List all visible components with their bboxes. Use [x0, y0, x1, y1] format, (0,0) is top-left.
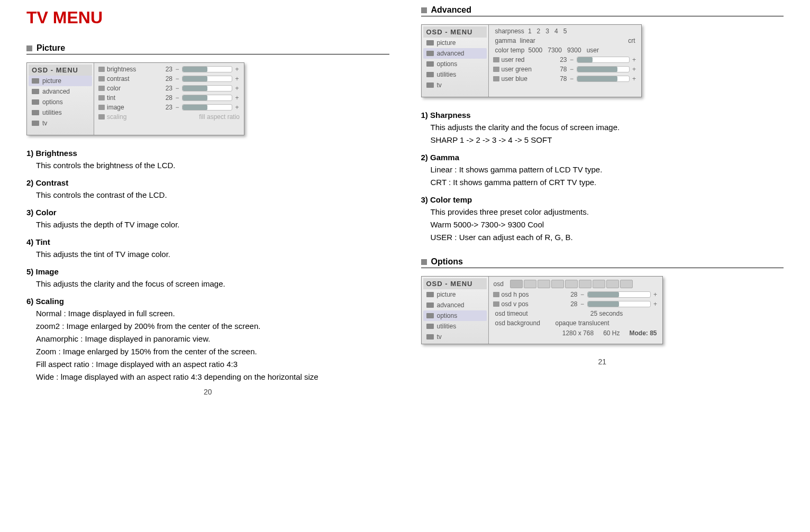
osd-sidebar-options[interactable]: options: [423, 310, 487, 321]
osd-row-gamma[interactable]: gammalinearcrt: [491, 36, 639, 45]
osd-sidebar: OSD - MENU picture advanced options util…: [422, 277, 489, 344]
osd-sidebar-utilities[interactable]: utilities: [423, 69, 487, 80]
row-label: sharpness: [495, 27, 524, 35]
minus-icon[interactable]: −: [569, 56, 575, 63]
plus-icon[interactable]: +: [234, 104, 240, 111]
row-label: osd timeout: [495, 310, 553, 317]
tab-box[interactable]: [551, 280, 564, 288]
osd-row-userred[interactable]: user red23−+: [491, 55, 639, 65]
plus-icon[interactable]: +: [234, 94, 240, 102]
minus-icon[interactable]: −: [175, 85, 180, 92]
row-label: osd h pos: [502, 291, 560, 298]
item-image-desc: This adjusts the clarity and the focus o…: [36, 278, 389, 290]
plus-icon[interactable]: +: [234, 75, 240, 82]
slider[interactable]: [182, 85, 232, 91]
minus-icon[interactable]: −: [580, 291, 585, 298]
minus-icon[interactable]: −: [569, 66, 575, 73]
slider[interactable]: [182, 95, 232, 101]
plus-icon[interactable]: +: [632, 75, 637, 82]
osd-row-color[interactable]: color23−+: [96, 84, 242, 93]
osd-sidebar-picture[interactable]: picture: [423, 38, 487, 48]
minus-icon[interactable]: −: [580, 300, 585, 308]
osd-sidebar-options[interactable]: options: [423, 59, 487, 69]
osd-row-usergreen[interactable]: user green78−+: [491, 65, 639, 74]
seg[interactable]: 7300: [546, 47, 563, 54]
slider[interactable]: [587, 301, 651, 307]
osd-sidebar-advanced[interactable]: advanced: [423, 48, 487, 59]
osd-row-colortemp[interactable]: color temp500073009300user: [491, 45, 639, 55]
seg[interactable]: crt: [626, 37, 636, 44]
tab-box[interactable]: [538, 280, 550, 288]
tab-box[interactable]: [565, 280, 578, 288]
slider[interactable]: [577, 57, 630, 63]
osd-row-timeout[interactable]: osd timeout25 seconds: [491, 309, 660, 318]
minus-icon[interactable]: −: [569, 75, 575, 82]
osd-row-vpos[interactable]: osd v pos28−+: [491, 299, 660, 309]
seg[interactable]: 9300: [566, 47, 583, 54]
seg[interactable]: 4: [553, 27, 560, 35]
slider[interactable]: [182, 104, 232, 111]
osd-row-image[interactable]: image23−+: [96, 103, 242, 112]
row-value: 28: [562, 300, 578, 308]
osd-row-hpos[interactable]: osd h pos28−+: [491, 290, 660, 299]
osd-sidebar-options[interactable]: options: [29, 97, 92, 107]
osd-row-brightness[interactable]: brightness23−+: [96, 65, 242, 74]
slider[interactable]: [577, 66, 630, 72]
osd-row-scaling[interactable]: scalingfill aspect ratio: [96, 112, 242, 122]
seg[interactable]: user: [585, 47, 600, 54]
osd-sidebar-picture[interactable]: picture: [423, 289, 487, 300]
sidebar-item-label: advanced: [437, 50, 465, 57]
osd-row-sharpness[interactable]: sharpness12345: [491, 26, 639, 36]
minus-icon[interactable]: −: [175, 66, 180, 73]
osd-sidebar-advanced[interactable]: advanced: [29, 86, 92, 97]
plus-icon[interactable]: +: [653, 291, 658, 298]
seg[interactable]: 5000: [527, 47, 544, 54]
plus-icon[interactable]: +: [632, 56, 637, 63]
row-label: osd background: [495, 319, 553, 327]
section-title-advanced: Advanced: [431, 5, 471, 15]
tab-box[interactable]: [620, 280, 633, 288]
plus-icon[interactable]: +: [234, 66, 240, 73]
options-icon: [32, 99, 39, 105]
row-value: 23: [157, 85, 172, 92]
seg[interactable]: 5: [562, 27, 569, 35]
plus-icon[interactable]: +: [632, 66, 637, 73]
osd-sidebar-advanced[interactable]: advanced: [423, 300, 487, 310]
tab-box[interactable]: [510, 280, 523, 288]
osd-sidebar-tv[interactable]: tv: [423, 80, 487, 90]
osd-row-tint[interactable]: tint28−+: [96, 93, 242, 103]
seg[interactable]: 1: [526, 27, 533, 35]
item-color-head: 3) Color: [26, 208, 389, 217]
seg[interactable]: 2: [535, 27, 542, 35]
seg[interactable]: 3: [544, 27, 551, 35]
picture-icon: [32, 78, 39, 84]
square-marker-icon: [421, 7, 427, 13]
minus-icon[interactable]: −: [175, 104, 180, 111]
osd-row-contrast[interactable]: contrast28−+: [96, 74, 242, 84]
osd-tabs-row: osd: [491, 278, 660, 290]
slider[interactable]: [182, 76, 232, 82]
slider[interactable]: [587, 291, 651, 298]
slider[interactable]: [182, 66, 232, 72]
osd-sidebar-tv[interactable]: tv: [423, 332, 487, 342]
osd-sidebar-tv[interactable]: tv: [29, 118, 92, 129]
tab-box[interactable]: [524, 280, 536, 288]
plus-icon[interactable]: +: [234, 85, 240, 92]
osd-row-userblue[interactable]: user blue78−+: [491, 74, 639, 84]
tab-box[interactable]: [579, 280, 591, 288]
row-label: color temp: [495, 47, 525, 54]
seg[interactable]: linear: [518, 37, 625, 44]
tab-box[interactable]: [606, 280, 619, 288]
tab-box[interactable]: [593, 280, 605, 288]
minus-icon[interactable]: −: [175, 94, 180, 102]
osd-sidebar-utilities[interactable]: utilities: [29, 107, 92, 118]
osd-row-background[interactable]: osd backgroundopaque translucent: [491, 318, 660, 328]
item-image-head: 5) Image: [26, 267, 389, 276]
osd-sidebar-picture[interactable]: picture: [29, 76, 92, 86]
plus-icon[interactable]: +: [653, 300, 658, 308]
osd-sidebar-utilities[interactable]: utilities: [423, 321, 487, 332]
sidebar-item-label: tv: [437, 81, 442, 89]
tint-icon: [98, 95, 105, 100]
minus-icon[interactable]: −: [175, 75, 180, 82]
slider[interactable]: [577, 76, 630, 82]
